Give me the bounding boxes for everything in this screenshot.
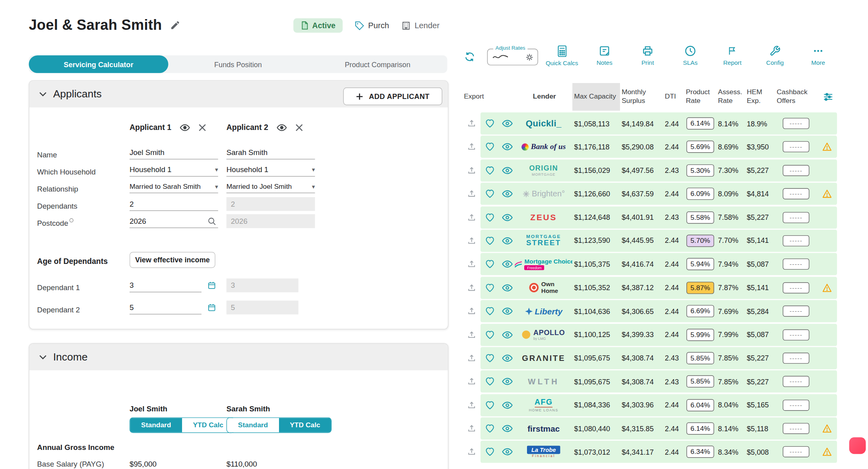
cashback-value[interactable]: ----- bbox=[783, 376, 809, 387]
cashback-value[interactable]: ----- bbox=[783, 118, 809, 129]
lender-row[interactable]: WLTH$1,095,675$4,308.742.435.85%7.85%$5,… bbox=[463, 370, 837, 393]
cashback-value[interactable]: ----- bbox=[783, 423, 809, 434]
adjust-rates-control[interactable]: Adjust Rates bbox=[487, 49, 538, 66]
col-header-assess-rate[interactable]: Assess. Rate bbox=[716, 88, 745, 106]
cashback-value[interactable]: ----- bbox=[783, 306, 809, 317]
col-header-max-capacity[interactable]: Max Capacity bbox=[572, 83, 620, 111]
filter-columns-icon[interactable] bbox=[817, 93, 837, 101]
product-rate-value[interactable]: 5.58% bbox=[687, 211, 714, 223]
lender-row[interactable]: ORIGINMORTGAGE$1,156,029$4,497.562.435.3… bbox=[463, 159, 837, 182]
applicant1-remove-icon[interactable] bbox=[199, 124, 206, 131]
visibility-eye-icon[interactable] bbox=[499, 284, 515, 292]
warning-icon[interactable] bbox=[822, 424, 832, 433]
visibility-eye-icon[interactable] bbox=[499, 331, 515, 339]
lender-row[interactable]: Bank of us$1,176,118$5,290.082.445.69%8.… bbox=[463, 136, 837, 158]
cashback-value[interactable]: ----- bbox=[783, 188, 809, 200]
visibility-eye-icon[interactable] bbox=[499, 307, 515, 315]
applicant1-postcode-input[interactable] bbox=[130, 216, 218, 228]
purch-badge[interactable]: Purch bbox=[355, 21, 389, 30]
lender-row[interactable]: Quickli_$1,058,113$4,149.842.446.14%8.14… bbox=[463, 112, 837, 135]
export-row-icon[interactable] bbox=[463, 236, 480, 245]
favorite-heart-icon[interactable] bbox=[480, 401, 499, 409]
cashback-value[interactable]: ----- bbox=[783, 141, 809, 153]
applicant1-name-input[interactable] bbox=[130, 147, 218, 159]
export-row-icon[interactable] bbox=[463, 377, 480, 386]
cashback-value[interactable]: ----- bbox=[783, 353, 809, 364]
applicant1-dependants-input[interactable] bbox=[130, 199, 218, 211]
visibility-eye-icon[interactable] bbox=[499, 167, 515, 174]
favorite-heart-icon[interactable] bbox=[480, 307, 499, 316]
export-row-icon[interactable] bbox=[463, 283, 480, 292]
product-rate-value[interactable]: 6.09% bbox=[687, 188, 714, 200]
tab-servicing-calculator[interactable]: Servicing Calculator bbox=[29, 55, 168, 73]
col-header-hem-exp-[interactable]: HEM Exp. bbox=[745, 88, 775, 106]
info-icon[interactable] bbox=[70, 218, 74, 223]
visibility-eye-icon[interactable] bbox=[499, 237, 515, 245]
lender-row[interactable]: OwnHome$1,105,352$4,387.122.445.87%7.87%… bbox=[463, 277, 837, 299]
chat-launcher[interactable] bbox=[849, 437, 866, 454]
cashback-value[interactable]: ----- bbox=[783, 259, 809, 270]
col-header-cashback-offers[interactable]: Cashback Offers bbox=[775, 88, 817, 106]
favorite-heart-icon[interactable] bbox=[480, 424, 499, 433]
cashback-value[interactable]: ----- bbox=[783, 446, 809, 457]
income-card-header[interactable]: Income bbox=[29, 344, 448, 370]
visibility-eye-icon[interactable] bbox=[499, 354, 515, 362]
export-row-icon[interactable] bbox=[463, 448, 480, 456]
lender-row[interactable]: firstmac$1,080,440$4,315.852.446.14%8.14… bbox=[463, 417, 837, 440]
export-row-icon[interactable] bbox=[463, 330, 480, 339]
favorite-heart-icon[interactable] bbox=[480, 119, 499, 128]
applicant1-dependant2-age-input[interactable] bbox=[130, 302, 202, 314]
lender-row[interactable]: Mortgage ChoiceFreedom$1,105,375$4,416.7… bbox=[463, 253, 837, 275]
collapse-chevron-icon[interactable] bbox=[39, 92, 46, 97]
toolbar-quick-calcs-button[interactable]: Quick Calcs bbox=[544, 45, 579, 66]
applicant1-base-salary-value[interactable]: $95,000 bbox=[130, 460, 157, 468]
cashback-value[interactable]: ----- bbox=[783, 235, 809, 246]
col-header-export[interactable]: Export bbox=[463, 93, 480, 101]
favorite-heart-icon[interactable] bbox=[480, 213, 499, 222]
cashback-value[interactable]: ----- bbox=[783, 329, 809, 340]
lender-row[interactable]: MORTGAGESTREET$1,123,590$4,445.952.445.7… bbox=[463, 230, 837, 252]
export-row-icon[interactable] bbox=[463, 260, 480, 269]
warning-icon[interactable] bbox=[822, 143, 832, 151]
lender-row[interactable]: AFGHOME LOANS$1,084,336$4,303.962.446.04… bbox=[463, 394, 837, 416]
col-header-dti[interactable]: DTI bbox=[663, 93, 684, 101]
export-row-icon[interactable] bbox=[463, 424, 480, 433]
export-row-icon[interactable] bbox=[463, 143, 480, 151]
applicant2-base-salary-value[interactable]: $110,000 bbox=[227, 460, 257, 468]
visibility-eye-icon[interactable] bbox=[499, 213, 515, 221]
cashback-value[interactable]: ----- bbox=[783, 212, 809, 223]
visibility-eye-icon[interactable] bbox=[499, 190, 515, 198]
lender-row[interactable]: GRΛNITE$1,095,675$4,308.742.435.85%7.85%… bbox=[463, 347, 837, 369]
col-header-monthly-surplus[interactable]: Monthly Surplus bbox=[620, 88, 663, 106]
visibility-eye-icon[interactable] bbox=[499, 378, 515, 386]
product-rate-value[interactable]: 5.85% bbox=[687, 376, 714, 388]
toolbar-more-button[interactable]: More bbox=[800, 45, 836, 66]
add-applicant-button[interactable]: ADD APPLICANT bbox=[343, 87, 442, 105]
visibility-eye-icon[interactable] bbox=[499, 143, 515, 151]
gear-icon[interactable] bbox=[526, 53, 533, 60]
export-row-icon[interactable] bbox=[463, 213, 480, 222]
lender-row[interactable]: ZEUS$1,124,648$4,401.912.435.58%7.58%$5,… bbox=[463, 206, 837, 229]
toolbar-notes-button[interactable]: Notes bbox=[587, 45, 622, 66]
calendar-icon[interactable] bbox=[207, 303, 216, 314]
applicant2-relationship-select[interactable]: Married to Joel Smith▾ bbox=[227, 182, 315, 193]
lender-badge[interactable]: Lender bbox=[401, 21, 440, 30]
ytd-calc-toggle[interactable]: YTD Calc bbox=[279, 418, 331, 432]
visibility-eye-icon[interactable] bbox=[499, 260, 515, 268]
visibility-eye-icon[interactable] bbox=[499, 448, 515, 456]
export-row-icon[interactable] bbox=[463, 166, 480, 175]
tab-funds-position[interactable]: Funds Position bbox=[168, 55, 308, 73]
calendar-icon[interactable] bbox=[207, 281, 216, 292]
favorite-heart-icon[interactable] bbox=[480, 236, 499, 245]
cashback-value[interactable]: ----- bbox=[783, 399, 809, 411]
standard-toggle[interactable]: Standard bbox=[227, 418, 279, 432]
favorite-heart-icon[interactable] bbox=[480, 448, 499, 456]
applicant2-household-select[interactable]: Household 1▾ bbox=[227, 165, 315, 177]
product-rate-value[interactable]: 6.14% bbox=[687, 422, 714, 435]
refresh-sync-icon[interactable] bbox=[464, 51, 475, 65]
favorite-heart-icon[interactable] bbox=[480, 190, 499, 198]
applicant2-visibility-eye-icon[interactable] bbox=[277, 124, 287, 131]
product-rate-value[interactable]: 6.14% bbox=[687, 117, 714, 130]
product-rate-value[interactable]: 6.34% bbox=[687, 446, 714, 458]
warning-icon[interactable] bbox=[822, 448, 832, 456]
